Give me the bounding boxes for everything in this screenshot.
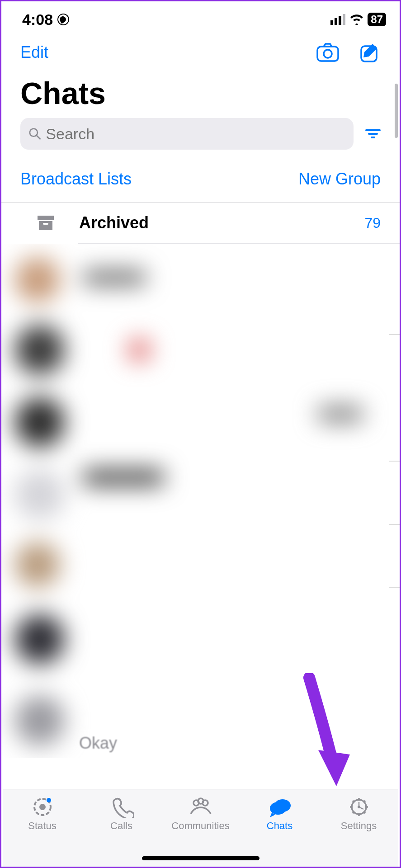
gear-icon: [346, 796, 372, 818]
status-time: 4:08: [22, 11, 53, 28]
tab-status[interactable]: Status: [3, 789, 82, 867]
tab-label: Status: [28, 820, 56, 832]
page-title: Chats: [1, 67, 400, 118]
compose-icon[interactable]: [360, 42, 381, 63]
svg-line-8: [37, 136, 40, 139]
svg-rect-12: [38, 216, 54, 220]
svg-rect-3: [343, 14, 345, 25]
camera-icon[interactable]: [316, 43, 339, 62]
tab-label: Settings: [341, 820, 377, 832]
svg-rect-0: [330, 20, 333, 25]
archived-row[interactable]: Archived 79: [1, 203, 400, 243]
archive-icon: [38, 216, 54, 230]
globe-icon: [57, 14, 69, 25]
home-indicator[interactable]: [142, 856, 259, 860]
archived-label: Archived: [79, 213, 339, 232]
search-input[interactable]: [46, 125, 345, 143]
tab-communities[interactable]: Communities: [161, 789, 240, 867]
chat-list[interactable]: Okay: [1, 244, 400, 758]
status-icon: [30, 796, 55, 818]
search-box[interactable]: [20, 118, 354, 150]
wifi-icon: [349, 14, 364, 25]
scrollbar[interactable]: [395, 84, 398, 138]
svg-point-17: [47, 798, 51, 802]
tab-label: Communities: [171, 820, 229, 832]
chats-icon: [267, 796, 292, 818]
blurred-content: [1, 244, 400, 758]
edit-button[interactable]: Edit: [20, 43, 48, 62]
tab-calls[interactable]: Calls: [82, 789, 161, 867]
svg-rect-1: [335, 18, 337, 25]
tab-label: Chats: [267, 820, 292, 832]
tab-label: Calls: [110, 820, 132, 832]
tab-bar: Status Calls Communities Chats Settings: [3, 789, 398, 867]
broadcast-lists-button[interactable]: Broadcast Lists: [20, 170, 132, 189]
chat-preview: Okay: [79, 734, 117, 753]
phone-icon: [109, 796, 134, 818]
new-group-button[interactable]: New Group: [298, 170, 381, 189]
cellular-icon: [330, 14, 346, 25]
search-icon: [28, 127, 41, 141]
communities-icon: [188, 796, 213, 818]
archived-count: 79: [364, 215, 381, 231]
svg-point-5: [324, 50, 332, 58]
tab-settings[interactable]: Settings: [319, 789, 398, 867]
svg-point-16: [39, 804, 46, 810]
battery-level: 87: [368, 13, 386, 26]
tab-chats[interactable]: Chats: [240, 789, 319, 867]
filter-icon[interactable]: [365, 128, 381, 139]
svg-rect-14: [43, 223, 48, 225]
status-bar: 4:08 87: [1, 1, 400, 34]
svg-rect-13: [39, 221, 52, 230]
status-indicators: 87: [330, 13, 386, 26]
svg-rect-4: [317, 47, 338, 61]
svg-rect-2: [339, 16, 341, 25]
nav-row: Edit: [1, 34, 400, 67]
svg-point-22: [270, 802, 286, 815]
